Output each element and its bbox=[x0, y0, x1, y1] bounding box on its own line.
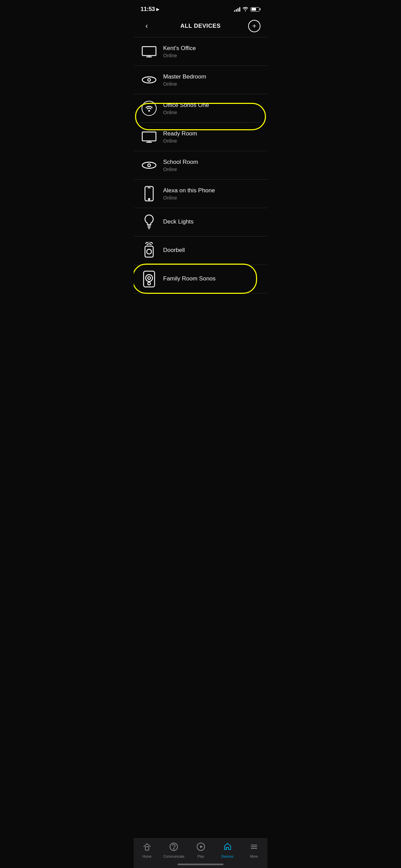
device-name: Master Bedroom bbox=[163, 73, 260, 80]
device-name: Office Sonos One bbox=[163, 102, 260, 109]
device-status: Online bbox=[163, 110, 260, 115]
svg-point-20 bbox=[146, 275, 153, 281]
svg-point-5 bbox=[148, 110, 150, 112]
back-button[interactable]: ‹ bbox=[141, 20, 153, 32]
device-item-master-bedroom[interactable]: Master Bedroom Online bbox=[134, 66, 267, 94]
device-info: Deck Lights bbox=[163, 218, 260, 226]
device-status: Online bbox=[163, 53, 260, 58]
add-device-button[interactable]: + bbox=[248, 20, 260, 32]
status-time: 11:53 bbox=[141, 6, 155, 13]
device-status: Online bbox=[163, 138, 260, 144]
device-info: Master Bedroom Online bbox=[163, 73, 260, 87]
device-name: Ready Room bbox=[163, 130, 260, 137]
page-title: ALL DEVICES bbox=[180, 23, 221, 29]
battery-icon bbox=[251, 7, 260, 12]
svg-point-3 bbox=[142, 77, 156, 83]
svg-rect-17 bbox=[145, 246, 153, 257]
svg-point-22 bbox=[148, 282, 150, 285]
svg-rect-6 bbox=[142, 132, 156, 141]
device-name: Deck Lights bbox=[163, 218, 260, 225]
device-item-alexa-phone[interactable]: Alexa on this Phone Online bbox=[134, 180, 267, 208]
device-name: Kent's Office bbox=[163, 45, 260, 52]
device-status: Online bbox=[163, 195, 260, 201]
svg-point-9 bbox=[142, 162, 156, 168]
signal-bars-icon bbox=[234, 7, 240, 12]
back-arrow-icon: ‹ bbox=[145, 22, 148, 31]
page-header: ‹ ALL DEVICES + bbox=[134, 16, 267, 37]
device-info: Ready Room Online bbox=[163, 130, 260, 144]
svg-point-10 bbox=[148, 164, 150, 167]
device-icon-tv bbox=[141, 43, 158, 60]
svg-point-4 bbox=[148, 79, 150, 81]
device-status: Online bbox=[163, 167, 260, 172]
device-list-container: Kent's Office Online Master Bedroom Onli… bbox=[134, 37, 267, 324]
svg-point-13 bbox=[148, 198, 150, 200]
device-icon-tv2 bbox=[141, 128, 158, 145]
device-item-kents-office[interactable]: Kent's Office Online bbox=[134, 37, 267, 66]
svg-rect-0 bbox=[142, 47, 156, 56]
device-icon-speaker bbox=[141, 270, 158, 288]
device-icon-bulb bbox=[141, 214, 158, 231]
device-icon-echo-dot2 bbox=[141, 157, 158, 174]
device-item-ready-room[interactable]: Ready Room Online bbox=[134, 123, 267, 151]
plus-icon: + bbox=[252, 23, 256, 29]
device-item-doorbell[interactable]: Doorbell bbox=[134, 237, 267, 265]
device-icon-echo-dot bbox=[141, 71, 158, 88]
svg-point-21 bbox=[148, 277, 150, 279]
device-name: Doorbell bbox=[163, 247, 260, 254]
device-icon-wifi-circle bbox=[141, 100, 158, 117]
device-item-office-sonos[interactable]: Office Sonos One Online bbox=[134, 94, 267, 123]
device-info: Alexa on this Phone Online bbox=[163, 187, 260, 201]
device-name: Family Room Sonos bbox=[163, 275, 260, 282]
device-info: School Room Online bbox=[163, 159, 260, 172]
device-info: Family Room Sonos bbox=[163, 275, 260, 283]
status-icons bbox=[234, 7, 260, 12]
device-name: Alexa on this Phone bbox=[163, 187, 260, 194]
device-item-family-room-sonos[interactable]: Family Room Sonos bbox=[134, 265, 267, 293]
device-info: Office Sonos One Online bbox=[163, 102, 260, 115]
device-item-deck-lights[interactable]: Deck Lights bbox=[134, 208, 267, 237]
location-icon: ▶ bbox=[156, 7, 159, 12]
device-status: Online bbox=[163, 81, 260, 87]
device-name: School Room bbox=[163, 159, 260, 166]
device-info: Doorbell bbox=[163, 247, 260, 255]
device-icon-phone bbox=[141, 185, 158, 202]
device-icon-doorbell bbox=[141, 242, 158, 259]
device-item-school-room[interactable]: School Room Online bbox=[134, 151, 267, 180]
status-bar: 11:53 ▶ bbox=[134, 0, 267, 16]
wifi-status-icon bbox=[242, 7, 248, 12]
svg-point-18 bbox=[147, 249, 151, 254]
device-info: Kent's Office Online bbox=[163, 45, 260, 58]
